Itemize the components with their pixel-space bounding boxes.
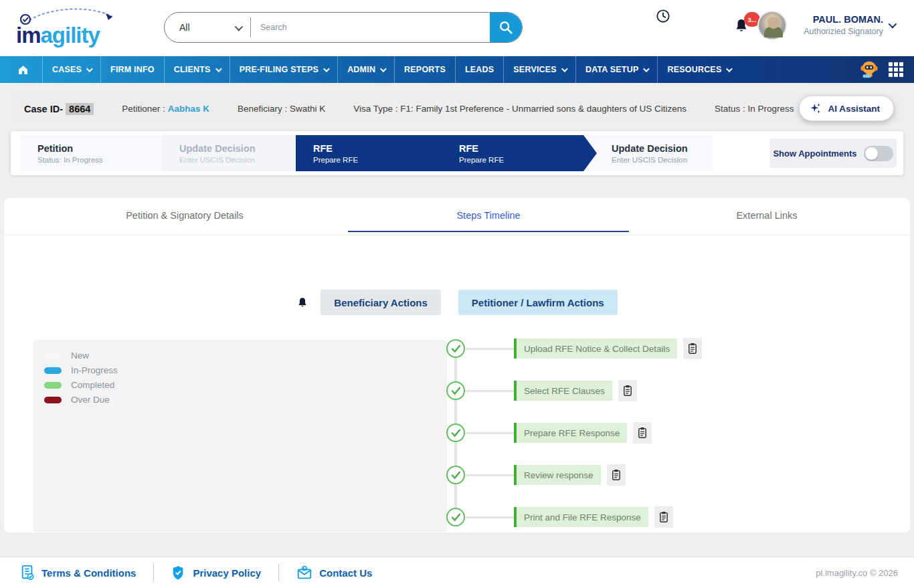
nav-item-leads[interactable]: LEADS [455,56,503,83]
completed-check-icon[interactable] [446,466,465,484]
timeline-step-label[interactable]: Review response [514,465,601,485]
ai-assistant-button[interactable]: AI Assistant [799,96,894,121]
nav-item-cases[interactable]: CASES [42,56,100,83]
copy-notes-clipboard-button[interactable] [654,506,673,528]
search-category-select[interactable]: All [165,13,250,42]
logo-text-dark: im [16,23,41,47]
completed-check-icon[interactable] [446,508,465,526]
case-id-label: Case ID- [24,104,63,114]
show-appointments-control: Show Appointments [769,138,897,168]
show-appointments-toggle[interactable] [864,146,893,161]
legend-label: Over Due [71,395,110,405]
completed-check-icon[interactable] [446,423,465,442]
copy-notes-clipboard-button[interactable] [607,464,626,486]
imagility-logo[interactable]: imagility [15,5,122,50]
nav-item-firm-info[interactable]: FIRM INFO [100,56,164,83]
step-subtitle: Enter USCIS Decision [612,156,713,164]
completed-check-icon[interactable] [446,381,465,400]
tabs-row: Petition & Signatory Details Steps Timel… [4,198,910,235]
step-title: RFE [313,143,442,154]
tab-petition-signatory-details[interactable]: Petition & Signatory Details [78,210,292,221]
user-menu-chevron-icon[interactable] [889,20,897,29]
workflow-step-update-decision-2[interactable]: Update Decision Enter USCIS Decision [583,135,714,171]
copy-notes-clipboard-button[interactable] [633,422,652,444]
workflow-steps-card: Petition Status: In Progress Update Deci… [11,131,903,175]
petitioner-link[interactable]: Aabhas K [168,104,209,114]
search-button[interactable] [490,13,522,42]
nav-label: CASES [52,65,82,74]
timeline-step-label[interactable]: Select RFE Clauses [514,381,612,401]
copy-notes-clipboard-button[interactable] [683,338,702,359]
nav-item-pre-filing-steps[interactable]: PRE-FILING STEPS [230,56,338,83]
status-label: Status : [715,104,745,114]
show-appointments-label: Show Appointments [773,149,856,159]
workflow-steps: Petition Status: In Progress Update Deci… [20,135,714,171]
nav-item-clients[interactable]: CLIENTS [164,56,230,83]
petitioner-label: Petitioner : [122,104,165,114]
timeline-step-label[interactable]: Upload RFE Notice & Collect Details [514,338,677,359]
nav-label: LEADS [465,65,494,74]
visa-label: Visa Type : [353,104,397,114]
petitioner-lawfirm-actions-button[interactable]: Petitioner / Lawfirm Actions [458,290,618,315]
nav-item-services[interactable]: SERVICES [503,56,575,83]
nav-item-resources[interactable]: RESOURCES [657,56,740,83]
nav-item-data-setup[interactable]: DATA SETUP [575,56,658,83]
timeline-branch-line [466,390,514,392]
footer-divider [153,564,154,581]
global-search: All [164,12,523,43]
step-title: Update Decision [179,143,295,154]
legend-item-in-progress: In-Progress [44,365,118,375]
nav-label: ADMIN [347,65,375,74]
privacy-policy-label: Privacy Policy [193,567,261,579]
privacy-policy-link[interactable]: Privacy Policy [171,565,261,581]
legend-item-completed: Completed [44,380,114,390]
timeline-branch-line [466,474,514,476]
sparkles-icon [809,102,822,115]
search-icon [498,20,513,35]
tab-steps-timeline[interactable]: Steps Timeline [348,210,629,221]
contact-us-link[interactable]: Contact Us [296,565,372,581]
nav-label: RESOURCES [667,65,721,74]
workflow-step-petition[interactable]: Petition Status: In Progress [20,135,162,171]
legend-label: New [71,351,89,361]
workflow-step-rfe-1[interactable]: RFE Prepare RFE [296,135,442,171]
case-info-bar: Case ID- 8664 Petitioner : Aabhas K Bene… [11,94,903,124]
legend-swatch-completed [44,382,62,389]
nav-item-admin[interactable]: ADMIN [337,56,394,83]
step-title: Update Decision [612,143,713,154]
nav-home-button[interactable] [0,56,42,83]
case-id: Case ID- 8664 [24,104,94,114]
tab-external-links[interactable]: External Links [693,210,840,221]
workflow-step-rfe-2[interactable]: RFE Prepare RFE [442,135,583,171]
user-role: Authorizied Signatory [795,27,883,36]
user-avatar[interactable] [757,11,787,40]
user-menu[interactable]: PAUL. BOMAN. Authorizied Signatory [795,14,883,36]
clock-icon [656,9,670,23]
status-field: Status : In Progress [715,104,794,114]
beneficiary-actions-button[interactable]: Beneficiary Actions [321,290,441,315]
chevron-down-icon [643,66,650,72]
nav-label: REPORTS [404,65,446,74]
home-icon [17,64,29,76]
recent-activity-clock-button[interactable] [656,9,670,23]
step-title: RFE [459,143,583,154]
search-input[interactable] [251,13,490,42]
terms-conditions-link[interactable]: Terms & Conditions [20,565,136,581]
completed-check-icon[interactable] [446,339,465,358]
footer-links: Terms & Conditions Privacy Policy Contac [20,564,372,581]
visa-value: F1: Family 1st Preference - Unmarried so… [400,104,687,114]
contact-us-label: Contact Us [319,567,372,579]
nav-item-reports[interactable]: REPORTS [394,56,455,83]
copy-notes-clipboard-button[interactable] [618,380,637,401]
nav-right-icons [859,56,914,83]
chevron-down-icon [380,66,387,72]
timeline-step-label[interactable]: Print and File RFE Response [514,507,648,527]
search-category-value: All [179,22,190,33]
status-legend-panel: New In-Progress Completed Over Due [33,340,447,532]
legend-swatch-in-progress [44,367,62,374]
timeline-step-label[interactable]: Prepare RFE Response [514,423,627,443]
workflow-step-update-decision-1[interactable]: Update Decision Enter USCIS Decision [162,135,296,171]
case-id-value: 8664 [66,103,94,115]
chatbot-robot-icon[interactable] [859,60,879,79]
apps-grid-icon[interactable] [889,62,903,77]
